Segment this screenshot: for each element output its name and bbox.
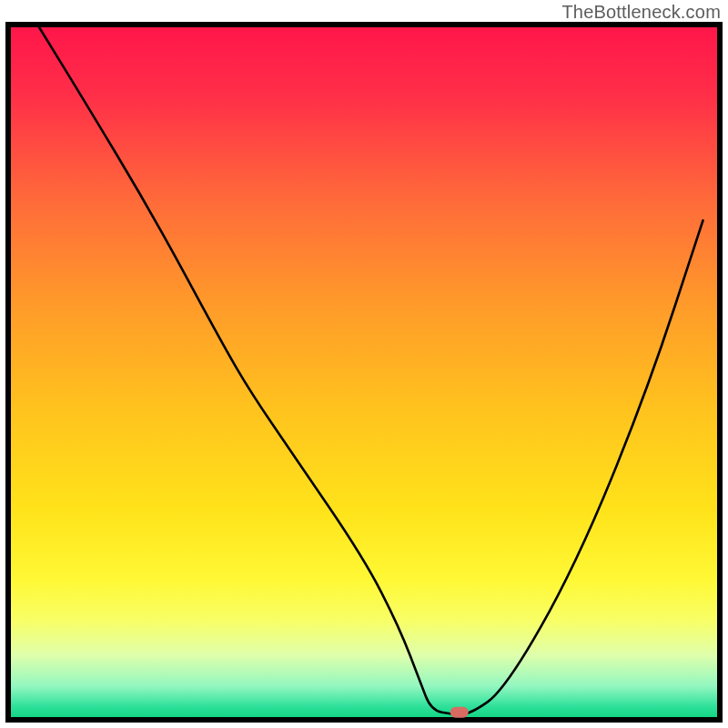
bottleneck-chart xyxy=(0,0,728,728)
optimal-marker xyxy=(450,707,469,718)
watermark-text: TheBottleneck.com xyxy=(561,2,721,23)
plot-background xyxy=(11,27,717,717)
chart-container: TheBottleneck.com xyxy=(0,0,728,728)
